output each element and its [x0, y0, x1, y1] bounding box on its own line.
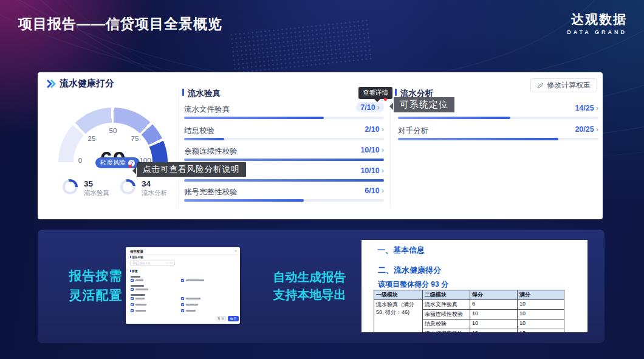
metric-score[interactable]: 10/10›	[360, 145, 384, 154]
sub-score-label: 流水验真	[84, 189, 109, 197]
dialog-field-label: 报告名称	[130, 256, 143, 259]
chevron-right-icon: ›	[382, 166, 384, 175]
report-preview-thumbnail: 一、基本信息 二、流水健康得分 该项目整体得分 93 分 一级模块 二级模块 得…	[361, 240, 587, 332]
checkbox-label-bar	[135, 298, 145, 299]
progress-track	[184, 117, 384, 119]
metric-label: 结息校验	[184, 126, 214, 136]
checkbox	[131, 297, 134, 300]
progress-track	[184, 199, 384, 202]
checkbox-label-bar	[135, 279, 143, 281]
metric-row[interactable]: 结息校验 2/10›	[184, 126, 384, 144]
table-cell: 10	[518, 329, 564, 333]
metric-score[interactable]: 6/10›	[365, 186, 384, 195]
char-counter: 0 / 20	[166, 262, 173, 265]
progress-fill	[184, 179, 384, 182]
progress-track	[184, 138, 384, 140]
sub-score-value: 34	[142, 179, 151, 188]
checkbox	[181, 297, 184, 300]
sub-score-label: 流水分析	[142, 189, 167, 197]
brand-logo-cn: 达观数据	[567, 11, 627, 28]
metric-label: 余额连续性校验	[184, 146, 238, 157]
close-icon: ×	[235, 249, 237, 253]
caption-report-export: 自动生成报告 支持本地导出	[269, 268, 351, 304]
donut-ring	[61, 177, 80, 196]
card-title: 流水健康打分	[60, 78, 114, 89]
metric-score[interactable]: 2/10›	[365, 125, 384, 134]
table-cell: 流水文件验真	[423, 300, 470, 310]
table-header: 一级模块	[374, 290, 423, 300]
risk-note-tooltip: 点击可查看风险分析说明	[137, 162, 246, 177]
checkbox	[181, 279, 184, 282]
chevron-right-icon: ›	[382, 125, 384, 134]
checkbox-label-bar	[186, 310, 196, 312]
metric-label: 账号完整性校验	[184, 187, 238, 197]
metric-score[interactable]: 10/10›	[360, 166, 384, 175]
confirm-button: 确 定	[228, 316, 239, 321]
table-header: 二级模块	[423, 290, 470, 300]
metric-row[interactable]: 账号完整性校验 6/10›	[184, 187, 384, 205]
checkbox	[181, 303, 184, 306]
chevron-right-icon: ›	[377, 103, 380, 112]
edit-weights-button[interactable]: 修改计算权重	[530, 78, 597, 92]
caption-report-config: 报告按需 灵活配置	[58, 266, 134, 305]
checkbox-label-bar	[186, 298, 200, 299]
group-label-bar	[131, 294, 145, 296]
edit-weights-label: 修改计算权重	[547, 80, 591, 91]
group-label-bar	[131, 276, 140, 278]
chevron-right-icon: ›	[382, 145, 384, 154]
progress-fill	[184, 199, 304, 202]
progress-track	[398, 117, 598, 119]
risk-level-label: 轻度风险	[100, 159, 126, 167]
table-cell: 6	[470, 300, 518, 310]
header-accent-bar	[182, 89, 184, 96]
progress-fill	[184, 117, 324, 119]
metric-row[interactable]: 对手分析 20/25›	[398, 126, 598, 144]
progress-track	[398, 138, 598, 140]
checkbox	[131, 279, 134, 282]
score-card: 流水健康打分 修改计算权重 0 25 50 75 100 69 轻度风险 ? 点…	[38, 72, 603, 219]
table-cell: 10	[470, 310, 518, 320]
divider	[126, 255, 240, 255]
report-config-dialog-thumbnail: 报告配置 × 报告名称 请输入报告名称 0 / 20 配置	[126, 247, 240, 324]
input-placeholder: 请输入报告名称	[132, 262, 150, 265]
metric-score[interactable]: 20/25›	[575, 125, 598, 134]
progress-fill	[398, 117, 510, 119]
table-cell: 10	[518, 310, 564, 320]
double-chevron-icon	[47, 80, 56, 88]
checkbox-label-bar	[186, 304, 198, 306]
table-cell: 10	[470, 329, 518, 333]
progress-fill	[184, 138, 224, 140]
checkbox	[131, 303, 134, 306]
gauge-tick: 25	[88, 135, 96, 142]
column-divider	[179, 88, 179, 208]
checkbox-label-bar	[135, 289, 148, 290]
report-overall-score: 该项目整体得分 93 分	[378, 279, 448, 290]
table-cell: 流水验真（满分50, 得分：46)	[374, 300, 423, 333]
metric-row[interactable]: 流水文件验真 7/10›	[184, 104, 384, 123]
gauge-tick: 75	[131, 135, 139, 142]
progress-track	[184, 179, 384, 182]
cancel-button: 取 消	[216, 316, 226, 321]
metric-label: 对手分析	[398, 126, 428, 136]
metric-score[interactable]: 7/10›	[356, 102, 384, 112]
checkbox	[131, 309, 134, 312]
group-label-bar	[131, 285, 144, 287]
dialog-title: 报告配置	[130, 250, 143, 254]
dot-pattern-decoration	[229, 18, 372, 75]
checkbox-label-bar	[135, 310, 146, 312]
system-locate-tooltip: 可系统定位	[394, 97, 454, 112]
notification-dot	[129, 165, 132, 168]
table-cell: 10	[470, 320, 518, 329]
verify-column-header: 流水验真	[182, 88, 221, 99]
checkbox-label-bar	[186, 279, 204, 281]
chevron-right-icon: ›	[382, 186, 384, 195]
table-header: 满分	[518, 290, 564, 300]
checkbox-label-bar	[135, 304, 146, 306]
metric-score[interactable]: 14/25›	[575, 103, 598, 112]
gauge-tick: 0	[78, 157, 82, 164]
donut-ring	[118, 177, 137, 196]
table-cell: 余额连续性校验	[423, 310, 470, 320]
table-header: 得分	[470, 290, 518, 300]
table-header-row: 一级模块 二级模块 得分 满分	[374, 290, 564, 300]
checkbox	[181, 309, 184, 312]
